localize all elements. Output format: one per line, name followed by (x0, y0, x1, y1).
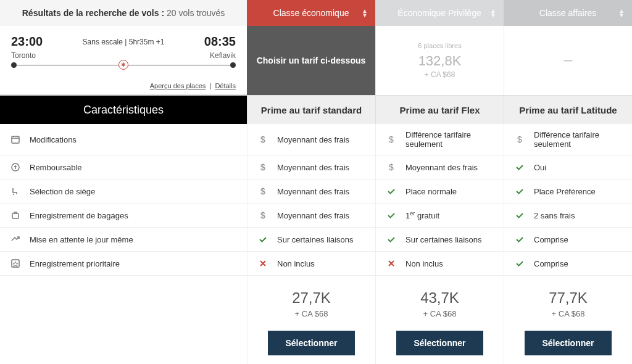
cross-icon (386, 258, 397, 269)
feature-value-cell: $Moyennant des frais (247, 124, 375, 155)
feature-label-cell: Mise en attente le jour même (0, 228, 247, 251)
feature-value: Place Préférence (534, 187, 596, 196)
results-count: 20 vols trouvés (167, 8, 225, 18)
feature-value: Moyennant des frais (277, 211, 349, 220)
fare-tax: + CA $68 (552, 309, 585, 318)
flight-info: Sans escale | 5hr35m +1 (43, 38, 204, 46)
fare-column-standard: 27,7K + CA $68 Sélectionner (247, 276, 375, 364)
cabin-tab-economy[interactable]: Classe économique ▲▼ (247, 0, 375, 26)
bag-icon (10, 210, 21, 221)
check-icon (386, 210, 397, 221)
feature-value: Non inclus (405, 259, 443, 268)
svg-rect-2 (12, 213, 19, 218)
check-icon (514, 234, 525, 245)
feature-label: Sélection de siège (30, 187, 95, 196)
feature-label-cell: Enregistrement de bagages (0, 204, 247, 227)
seat-icon (10, 186, 21, 197)
feature-row: Sélection de siège$Moyennant des fraisPl… (0, 180, 632, 204)
check-icon (514, 186, 525, 197)
check-icon (386, 186, 397, 197)
feature-label-cell: Enregistrement prioritaire (0, 252, 247, 275)
details-link[interactable]: Détails (215, 82, 236, 89)
feature-value-cell: $Moyennant des frais (375, 155, 504, 179)
feature-label: Remboursable (30, 163, 82, 172)
fare-header-flex: Prime au tarif Flex (375, 96, 504, 124)
cabin-tab-premium[interactable]: Économique Privilège ▲▼ (375, 0, 504, 26)
airline-logo-icon: ✱ (118, 60, 128, 70)
feature-value-cell: Non inclus (247, 252, 375, 275)
check-icon (514, 258, 525, 269)
feature-row: Enregistrement de bagages$Moyennant des … (0, 204, 632, 228)
feature-label: Mise en attente le jour même (30, 235, 133, 244)
feature-value-cell: Oui (504, 155, 632, 179)
select-latitude-button[interactable]: Sélectionner (525, 331, 611, 355)
feature-value: Oui (534, 163, 546, 172)
feature-value-cell: Place Préférence (504, 180, 632, 203)
feature-value-cell: $Moyennant des frais (247, 204, 375, 227)
feature-row: Mise en attente le jour mêmeSur certaine… (0, 228, 632, 252)
feature-value: Différence tarifaire seulement (405, 130, 494, 149)
premium-points: 132,8K (418, 53, 462, 69)
sort-icon: ▲▼ (618, 9, 625, 17)
feature-value: Non inclus (277, 259, 315, 268)
feature-value: Comprise (534, 235, 568, 244)
fare-column-latitude: 77,7K + CA $68 Sélectionner (504, 276, 632, 364)
standby-icon (10, 234, 21, 245)
results-summary: Résultats de la recherche de vols : 20 v… (0, 0, 247, 26)
sort-icon: ▲▼ (490, 9, 496, 17)
dollar-icon: $ (257, 134, 268, 145)
feature-value: Comprise (534, 259, 568, 268)
check-icon (514, 162, 525, 173)
feature-value: Différence tarifaire seulement (534, 130, 622, 149)
feature-value-cell: 2 sans frais (504, 204, 632, 227)
feature-label-cell: Remboursable (0, 155, 247, 179)
feature-label: Modifications (30, 135, 77, 144)
flight-summary: 23:00 Sans escale | 5hr35m +1 08:35 Toro… (0, 26, 247, 95)
select-flex-button[interactable]: Sélectionner (396, 331, 483, 355)
feature-value: Sur certaines liaisons (405, 235, 482, 244)
feature-row: Remboursable$Moyennant des frais$Moyenna… (0, 155, 632, 180)
fare-tax: + CA $68 (423, 309, 457, 318)
feature-row: Enregistrement prioritaireNon inclusNon … (0, 252, 632, 276)
select-standard-button[interactable]: Sélectionner (268, 331, 354, 355)
departure-time: 23:00 (11, 35, 43, 49)
cabin-tab-business[interactable]: Classe affaires ▲▼ (504, 0, 632, 26)
feature-value-cell: $Différence tarifaire seulement (375, 124, 504, 155)
feature-value-cell: Place normale (375, 180, 504, 203)
feature-value: Moyennant des frais (277, 163, 349, 172)
results-label: Résultats de la recherche de vols : (22, 8, 164, 18)
check-icon (386, 234, 397, 245)
feature-value: Sur certaines liaisons (277, 235, 354, 244)
cross-icon (257, 258, 268, 269)
seat-preview-link[interactable]: Aperçu des places (150, 82, 206, 89)
dollar-icon: $ (386, 162, 397, 173)
dollar-icon: $ (386, 134, 397, 145)
feature-value-cell: $Différence tarifaire seulement (504, 124, 632, 155)
feature-value: Place normale (405, 187, 457, 196)
route-track: ✱ (11, 61, 236, 70)
feature-label-cell: Sélection de siège (0, 180, 247, 203)
arrival-city: Keflavik (210, 51, 236, 60)
sort-icon: ▲▼ (362, 9, 368, 17)
business-summary: — (504, 26, 632, 95)
dollar-icon: $ (257, 210, 268, 221)
fare-points: 27,7K (292, 289, 331, 307)
seats-left: 6 places libres (418, 42, 461, 49)
premium-summary[interactable]: 6 places libres 132,8K + CA $68 (375, 26, 504, 95)
choose-fare-prompt: Choisir un tarif ci-dessous (247, 26, 375, 95)
feature-value-cell: 1er gratuit (375, 204, 504, 227)
feature-value-cell: $Moyennant des frais (247, 180, 375, 203)
features-header: Caractéristiques (0, 96, 247, 124)
departure-city: Toronto (11, 51, 36, 60)
feature-value-cell: Non inclus (375, 252, 504, 275)
dollar-icon: $ (257, 162, 268, 173)
priority-icon (10, 258, 21, 269)
feature-value-cell: Comprise (504, 228, 632, 251)
refund-icon (10, 162, 21, 173)
fare-points: 43,7K (420, 289, 459, 307)
feature-row: Modifications$Moyennant des frais$Différ… (0, 124, 632, 155)
dollar-icon: $ (514, 134, 525, 145)
check-icon (514, 210, 525, 221)
fare-points: 77,7K (549, 289, 588, 307)
calendar-icon (10, 134, 21, 145)
